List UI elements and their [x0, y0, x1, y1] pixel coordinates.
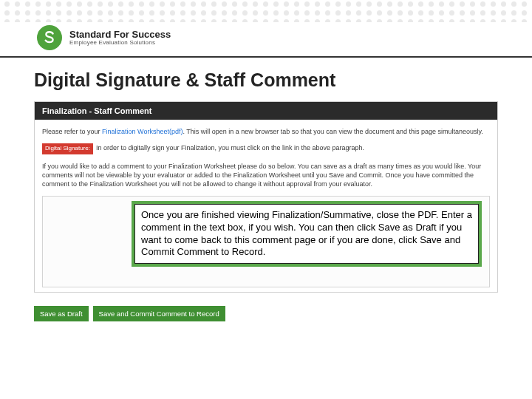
finalization-worksheet-link[interactable]: Finalization Worksheet(pdf)	[102, 128, 183, 135]
panel-header: Finalization - Staff Comment	[35, 102, 497, 120]
instruction-paragraph-2: Digital Signature:In order to digitally …	[42, 143, 490, 154]
para1-post: . This will open in a new browser tab so…	[183, 128, 482, 135]
instruction-paragraph-1: Please refer to your Finalization Worksh…	[42, 127, 490, 136]
decorative-dot-band	[0, 0, 532, 22]
page-title: Digital Signature & Staff Comment	[34, 69, 498, 91]
brand-name: Standard For Success	[69, 30, 171, 40]
panel-body: Please refer to your Finalization Worksh…	[35, 120, 497, 292]
brand-tagline: Employee Evaluation Solutions	[69, 40, 171, 46]
para1-pre: Please refer to your	[42, 128, 102, 135]
digital-signature-badge: Digital Signature:	[42, 143, 93, 154]
callout-text: Once you are finished viewing Finalizati…	[134, 204, 479, 264]
save-and-commit-button[interactable]: Save and Commit Comment to Record	[93, 306, 225, 321]
instruction-callout: Once you are finished viewing Finalizati…	[132, 201, 482, 267]
para2-text: In order to digitally sign your Finaliza…	[96, 144, 364, 151]
action-button-row: Save as Draft Save and Commit Comment to…	[34, 306, 498, 321]
instruction-paragraph-3: If you would like to add a comment to yo…	[42, 162, 490, 188]
finalization-panel: Finalization - Staff Comment Please refe…	[34, 101, 498, 293]
brand-logo-icon	[37, 25, 62, 50]
save-as-draft-button[interactable]: Save as Draft	[34, 306, 89, 321]
comment-textarea[interactable]: Once you are finished viewing Finalizati…	[42, 196, 490, 287]
brand-header: Standard For Success Employee Evaluation…	[0, 22, 532, 55]
